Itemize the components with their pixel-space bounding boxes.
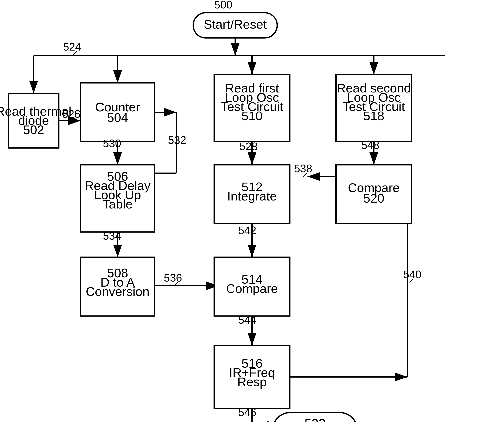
label-546: 546: [238, 406, 256, 418]
node-508-label2: Conversion: [86, 284, 150, 299]
label-528: 528: [239, 140, 258, 152]
label-542: 542: [238, 224, 256, 236]
label-530: 530: [103, 137, 121, 150]
label-524: 524: [63, 41, 81, 53]
node-512-label: Integrate: [227, 189, 277, 203]
node-500-id: 500: [214, 0, 232, 11]
node-500-label: Start/Reset: [204, 17, 267, 31]
node-516-label2: Resp: [237, 375, 267, 389]
node-522-id: 522: [304, 416, 325, 422]
label-526: 526: [62, 108, 80, 120]
node-520-id: 520: [363, 191, 384, 205]
label-538: 538: [294, 162, 312, 175]
label-544: 544: [238, 314, 256, 326]
label-548: 548: [361, 139, 380, 151]
node-514-label: Compare: [226, 282, 278, 296]
node-502-id: 502: [23, 123, 44, 137]
label-532: 532: [168, 134, 186, 146]
node-518-id: 518: [363, 109, 384, 123]
flowchart-diagram: Start/Reset 500 524 Read thermal diode 5…: [0, 0, 504, 422]
label-534: 534: [103, 230, 121, 242]
node-510-id: 510: [241, 109, 263, 123]
label-536: 536: [164, 272, 182, 284]
node-506-label3: Table: [102, 197, 133, 211]
node-504-id: 504: [107, 111, 128, 125]
label-540: 540: [403, 268, 421, 280]
